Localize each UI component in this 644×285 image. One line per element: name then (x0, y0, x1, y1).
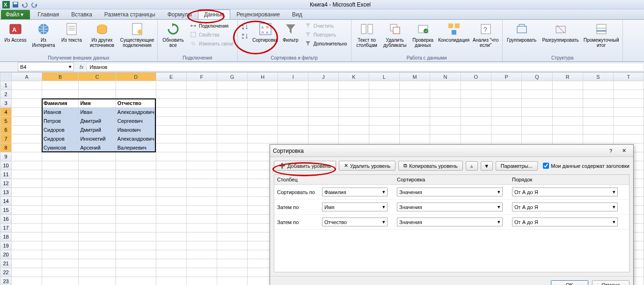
tab-view[interactable]: Вид (286, 9, 308, 19)
cell-Q5[interactable] (522, 117, 552, 126)
cell-E11[interactable] (156, 170, 186, 179)
column-header-A[interactable]: A (12, 73, 42, 81)
cell-D16[interactable] (116, 215, 156, 224)
cell-N5[interactable] (430, 117, 461, 126)
cell-R7[interactable] (552, 135, 583, 143)
cell-C5[interactable]: Дмитрий (79, 117, 116, 126)
cell-F6[interactable] (186, 126, 217, 135)
cell-D6[interactable]: Иванович (116, 126, 156, 135)
cell-D2[interactable] (116, 90, 156, 99)
cell-A6[interactable] (12, 126, 42, 135)
column-header-O[interactable]: O (461, 73, 491, 81)
cell-M6[interactable] (399, 126, 430, 135)
cell-A5[interactable] (12, 117, 42, 126)
cell-L2[interactable] (369, 90, 400, 99)
cell-T2[interactable] (613, 90, 644, 99)
cell-K6[interactable] (338, 126, 369, 135)
cell-G8[interactable] (217, 143, 247, 152)
cell-O6[interactable] (461, 126, 491, 135)
cell-R1[interactable] (552, 81, 583, 90)
cell-B18[interactable] (42, 232, 79, 241)
row-header-15[interactable]: 15 (0, 206, 12, 215)
column-header-R[interactable]: R (552, 73, 583, 81)
cell-E18[interactable] (156, 232, 186, 241)
cell-D10[interactable] (116, 161, 156, 170)
cell-A2[interactable] (12, 90, 42, 99)
consolidate-button[interactable]: Консолидация (438, 21, 470, 44)
cell-C18[interactable] (79, 232, 116, 241)
cell-H4[interactable] (248, 108, 278, 117)
cell-A3[interactable] (12, 99, 42, 108)
cell-F23[interactable] (186, 277, 217, 285)
cell-G2[interactable] (217, 90, 247, 99)
column-header-L[interactable]: L (369, 73, 400, 81)
cell-J5[interactable] (308, 117, 339, 126)
filter-button[interactable]: Фильтр (280, 21, 301, 44)
cell-A20[interactable] (12, 250, 42, 259)
cell-J7[interactable] (308, 135, 339, 143)
cell-A11[interactable] (12, 170, 42, 179)
cell-D4[interactable]: Александрович (116, 108, 156, 117)
cell-E2[interactable] (156, 90, 186, 99)
cell-C22[interactable] (79, 268, 116, 277)
text-to-columns-button[interactable]: Текст по столбцам (353, 21, 381, 49)
cell-I5[interactable] (278, 117, 308, 126)
cell-B8[interactable]: Сукиясов (42, 143, 79, 152)
cell-D18[interactable] (116, 232, 156, 241)
cell-S4[interactable] (583, 108, 613, 117)
cell-C7[interactable]: Иннокетий (79, 135, 116, 143)
cell-D15[interactable] (116, 206, 156, 215)
cell-C20[interactable] (79, 250, 116, 259)
column-header-T[interactable]: T (613, 73, 644, 81)
headers-checkbox[interactable]: Мои данные содержат заголовки (543, 163, 629, 169)
cell-Q1[interactable] (522, 81, 552, 90)
cell-G20[interactable] (217, 250, 247, 259)
cell-B22[interactable] (42, 268, 79, 277)
cell-G13[interactable] (217, 188, 247, 197)
cell-B17[interactable] (42, 224, 79, 232)
cell-G12[interactable] (217, 179, 247, 188)
cell-E5[interactable] (156, 117, 186, 126)
cell-I6[interactable] (278, 126, 308, 135)
from-web-button[interactable]: Из Интернета (30, 21, 57, 49)
cell-T7[interactable] (613, 135, 644, 143)
cell-C9[interactable] (79, 152, 116, 161)
what-if-button[interactable]: ?Анализ "что если" (471, 21, 500, 49)
cell-J4[interactable] (308, 108, 339, 117)
column-header-F[interactable]: F (186, 73, 217, 81)
cell-O5[interactable] (461, 117, 491, 126)
row-header-22[interactable]: 22 (0, 268, 12, 277)
cell-F3[interactable] (186, 99, 217, 108)
cell-H6[interactable] (248, 126, 278, 135)
column-combo[interactable]: Имя▾ (322, 202, 388, 211)
cell-T4[interactable] (613, 108, 644, 117)
cell-C1[interactable] (79, 81, 116, 90)
cell-C19[interactable] (79, 241, 116, 250)
cell-B4[interactable]: Иванов (42, 108, 79, 117)
cell-D5[interactable]: Сергеевич (116, 117, 156, 126)
cell-A7[interactable] (12, 135, 42, 143)
cell-P5[interactable] (491, 117, 522, 126)
cell-G18[interactable] (217, 232, 247, 241)
redo-icon[interactable] (30, 1, 38, 8)
cell-T1[interactable] (613, 81, 644, 90)
tab-formulas[interactable]: Формулы (161, 9, 198, 19)
cell-E22[interactable] (156, 268, 186, 277)
cell-G23[interactable] (217, 277, 247, 285)
cell-A14[interactable] (12, 197, 42, 206)
cell-B23[interactable] (42, 277, 79, 285)
cell-D20[interactable] (116, 250, 156, 259)
cell-C12[interactable] (79, 179, 116, 188)
save-icon[interactable] (11, 1, 20, 8)
row-header-9[interactable]: 9 (0, 152, 12, 161)
cell-I4[interactable] (278, 108, 308, 117)
cell-G15[interactable] (217, 206, 247, 215)
cell-O2[interactable] (461, 90, 491, 99)
cell-F14[interactable] (186, 197, 217, 206)
cell-G17[interactable] (217, 224, 247, 232)
column-header-B[interactable]: B (42, 73, 79, 81)
cell-J1[interactable] (308, 81, 339, 90)
cell-A21[interactable] (12, 259, 42, 268)
cell-E23[interactable] (156, 277, 186, 285)
cell-H1[interactable] (248, 81, 278, 90)
